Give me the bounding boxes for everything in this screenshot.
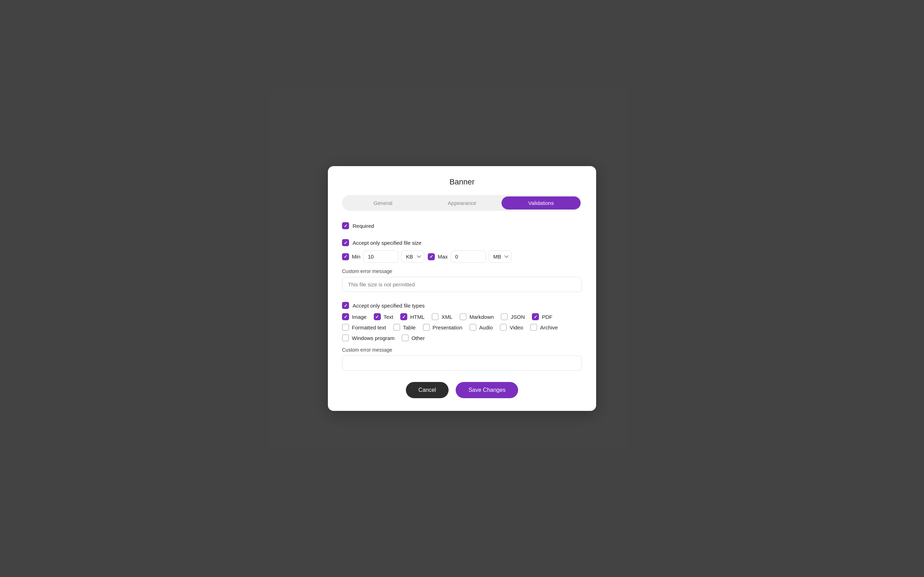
file-type-checkbox-image[interactable]: [342, 313, 349, 320]
file-type-label-other: Other: [412, 335, 425, 341]
file-type-label-pdf: PDF: [542, 314, 552, 320]
min-group: Min KB MB GB: [342, 250, 424, 263]
file-type-item-text: Text: [374, 313, 394, 320]
file-type-item-formatted_text: Formatted text: [342, 324, 386, 331]
required-row: Required: [342, 222, 582, 229]
modal-container: Banner General Appearance Validations Re…: [328, 166, 596, 411]
file-type-checkbox-audio[interactable]: [469, 324, 477, 331]
file-size-section: Accept only specified file size Min KB M…: [342, 239, 582, 292]
file-type-item-html: HTML: [400, 313, 425, 320]
min-max-row: Min KB MB GB Max KB MB GB: [342, 250, 582, 263]
modal-title: Banner: [342, 177, 582, 187]
file-type-item-image: Image: [342, 313, 367, 320]
file-type-label-formatted_text: Formatted text: [352, 324, 386, 330]
file-type-item-json: JSON: [501, 313, 525, 320]
file-types-checkbox[interactable]: [342, 302, 349, 309]
file-size-error-input[interactable]: [342, 277, 582, 292]
file-type-item-windows_program: Windows program: [342, 334, 394, 342]
file-size-error-label: Custom error message: [342, 268, 582, 274]
file-type-checkbox-other[interactable]: [402, 334, 409, 342]
file-type-label-presentation: Presentation: [433, 324, 462, 330]
file-type-item-pdf: PDF: [532, 313, 552, 320]
save-button[interactable]: Save Changes: [456, 382, 518, 398]
required-section: Required: [342, 222, 582, 229]
min-label: Min: [352, 254, 360, 259]
file-type-checkbox-pdf[interactable]: [532, 313, 539, 320]
required-checkbox[interactable]: [342, 222, 349, 229]
file-type-label-archive: Archive: [540, 324, 558, 330]
file-type-checkbox-presentation[interactable]: [423, 324, 430, 331]
file-type-checkbox-markdown[interactable]: [460, 313, 467, 320]
file-types-label: Accept only specified file types: [352, 303, 425, 309]
file-type-checkbox-formatted_text[interactable]: [342, 324, 349, 331]
min-checkbox[interactable]: [342, 253, 349, 260]
file-type-checkbox-json[interactable]: [501, 313, 508, 320]
max-checkbox[interactable]: [428, 253, 435, 260]
file-type-item-xml: XML: [432, 313, 452, 320]
file-type-checkbox-video[interactable]: [500, 324, 507, 331]
max-group: Max KB MB GB: [428, 250, 511, 263]
file-type-item-archive: Archive: [530, 324, 558, 331]
min-unit-select[interactable]: KB MB GB: [401, 250, 424, 263]
file-type-label-json: JSON: [511, 314, 525, 320]
file-type-item-other: Other: [402, 334, 425, 342]
tab-appearance[interactable]: Appearance: [422, 197, 502, 210]
file-types-error-input[interactable]: [342, 356, 582, 371]
file-type-label-audio: Audio: [479, 324, 493, 330]
file-type-label-video: Video: [510, 324, 523, 330]
file-type-label-text: Text: [384, 314, 394, 320]
tab-validations[interactable]: Validations: [502, 197, 581, 210]
file-type-checkbox-windows_program[interactable]: [342, 334, 349, 342]
file-types-error-label: Custom error message: [342, 347, 582, 353]
cancel-button[interactable]: Cancel: [406, 382, 449, 398]
tab-bar: General Appearance Validations: [342, 195, 582, 211]
file-type-checkbox-text[interactable]: [374, 313, 381, 320]
file-type-item-video: Video: [500, 324, 523, 331]
required-label: Required: [352, 223, 374, 229]
file-type-checkbox-table[interactable]: [393, 324, 400, 331]
max-unit-select[interactable]: KB MB GB: [489, 250, 512, 263]
file-type-checkbox-html[interactable]: [400, 313, 407, 320]
file-type-label-html: HTML: [410, 314, 425, 320]
file-types-section: Accept only specified file types ImageTe…: [342, 302, 582, 371]
file-type-label-table: Table: [403, 324, 416, 330]
file-type-checkbox-archive[interactable]: [530, 324, 537, 331]
footer-buttons: Cancel Save Changes: [342, 382, 582, 398]
file-type-label-markdown: Markdown: [469, 314, 494, 320]
file-type-item-audio: Audio: [469, 324, 493, 331]
file-type-item-presentation: Presentation: [423, 324, 462, 331]
file-size-checkbox[interactable]: [342, 239, 349, 246]
file-type-checkbox-xml[interactable]: [432, 313, 439, 320]
file-type-label-windows_program: Windows program: [352, 335, 394, 341]
file-type-label-image: Image: [352, 314, 367, 320]
file-type-item-table: Table: [393, 324, 416, 331]
file-size-section-row: Accept only specified file size: [342, 239, 582, 246]
file-type-item-markdown: Markdown: [460, 313, 494, 320]
file-types-grid: ImageTextHTMLXMLMarkdownJSONPDFFormatted…: [342, 313, 582, 342]
file-types-section-row: Accept only specified file types: [342, 302, 582, 309]
file-size-label: Accept only specified file size: [352, 240, 422, 246]
modal-overlay: Banner General Appearance Validations Re…: [0, 0, 924, 577]
min-input[interactable]: [363, 250, 399, 263]
max-input[interactable]: [451, 250, 486, 263]
tab-general[interactable]: General: [343, 197, 422, 210]
max-label: Max: [438, 254, 447, 259]
file-type-label-xml: XML: [441, 314, 452, 320]
